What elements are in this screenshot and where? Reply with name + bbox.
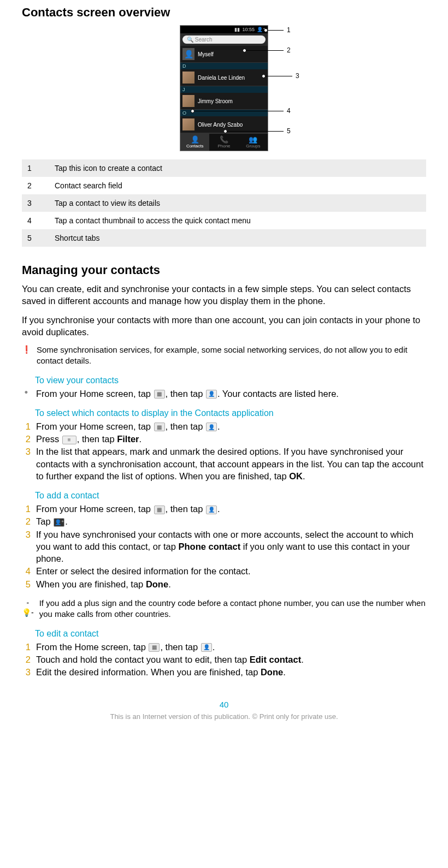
callout-label-2: 2 bbox=[287, 46, 291, 54]
text-fragment: From your Home screen, tap bbox=[36, 389, 154, 399]
phone-tab-icon: 📞 bbox=[209, 136, 238, 144]
paragraph: If you synchronise your contacts with mo… bbox=[22, 314, 426, 338]
status-time: 10:55 bbox=[242, 27, 255, 32]
search-placeholder: Search bbox=[195, 37, 213, 43]
step-list: 1 From your Home screen, tap ▦, then tap… bbox=[35, 420, 426, 482]
step-number: 3 bbox=[22, 666, 31, 678]
magnifier-icon: 🔍 bbox=[187, 37, 193, 43]
footer-note: This is an Internet version of this publ… bbox=[22, 712, 426, 721]
legend-num: 2 bbox=[22, 177, 49, 194]
step-number: 1 bbox=[22, 503, 31, 515]
bold-text: Filter bbox=[117, 434, 139, 444]
text-fragment: Edit the desired information. When you a… bbox=[36, 667, 261, 677]
list-item: 1 From your Home screen, tap ▦, then tap… bbox=[35, 420, 426, 432]
contacts-app-icon: 👤 bbox=[206, 506, 217, 514]
text-fragment: . bbox=[301, 655, 304, 664]
bold-text: Edit contact bbox=[250, 655, 301, 664]
text-fragment: From the Home screen, tap bbox=[36, 642, 148, 652]
subheading-add: To add a contact bbox=[35, 491, 426, 501]
bullet-list: • From your Home screen, tap ▦, then tap… bbox=[35, 388, 426, 400]
step-text: Tap 👤⁺. bbox=[36, 515, 68, 527]
step-number: 3 bbox=[22, 528, 31, 565]
legend-text: Tap this icon to create a contact bbox=[49, 159, 426, 177]
step-text: Enter or select the desired information … bbox=[36, 565, 251, 577]
subheading-edit: To edit a contact bbox=[35, 629, 426, 639]
legend-text: Shortcut tabs bbox=[49, 229, 426, 247]
step-text: When you are finished, tap Done. bbox=[36, 578, 171, 590]
step-list: 1 From your Home screen, tap ▦, then tap… bbox=[35, 503, 426, 590]
text-fragment: , then tap bbox=[160, 642, 200, 652]
text-fragment: Press bbox=[36, 434, 62, 444]
text-fragment: . bbox=[65, 516, 68, 526]
text-fragment: . bbox=[213, 642, 215, 652]
contacts-app-icon: 👤 bbox=[206, 390, 217, 399]
text-fragment: . bbox=[217, 421, 220, 431]
text-fragment: Tap bbox=[36, 516, 53, 526]
step-text: From your Home screen, tap ▦, then tap 👤… bbox=[36, 503, 220, 515]
phone-figure: ▮▮ 10:55 👤⁺ 🔍 Search 👤 Myself D bbox=[22, 25, 426, 151]
warning-icon: ❗ bbox=[22, 344, 31, 354]
list-item: 1 From your Home screen, tap ▦, then tap… bbox=[35, 503, 426, 515]
callout-line bbox=[265, 76, 292, 76]
apps-grid-icon: ▦ bbox=[154, 506, 165, 514]
step-text: Edit the desired information. When you a… bbox=[36, 666, 286, 678]
step-list: 1 From the Home screen, tap ▦, then tap … bbox=[35, 641, 426, 679]
text-fragment: , then tap bbox=[166, 421, 205, 431]
bold-text: Done bbox=[146, 579, 168, 589]
search-bar: 🔍 Search bbox=[180, 33, 268, 46]
legend-num: 3 bbox=[22, 194, 49, 212]
legend-row: 1Tap this icon to create a contact bbox=[22, 159, 426, 177]
bold-text: Done bbox=[261, 667, 283, 677]
step-number: 3 bbox=[22, 445, 31, 482]
subheading-view: To view your contacts bbox=[35, 376, 426, 385]
legend-table: 1Tap this icon to create a contact 2Cont… bbox=[22, 159, 426, 247]
subheading-select: To select which contacts to display in t… bbox=[35, 408, 426, 418]
list-item: 2 Tap 👤⁺. bbox=[35, 515, 426, 527]
search-input-mock: 🔍 Search bbox=[182, 35, 266, 44]
step-text: From your Home screen, tap ▦, then tap 👤… bbox=[36, 388, 339, 400]
tab-groups: 👥Groups bbox=[239, 134, 268, 151]
contact-name: Daniela Lee Linden bbox=[198, 75, 245, 81]
bullet-icon: • bbox=[22, 388, 31, 400]
legend-row: 4Tap a contact thumbnail to access the q… bbox=[22, 212, 426, 229]
step-number: 4 bbox=[22, 565, 31, 577]
callout-label-3: 3 bbox=[296, 72, 299, 80]
add-contact-icon: 👤⁺ bbox=[54, 518, 64, 527]
callout-line bbox=[194, 111, 284, 111]
step-text: If you have synchronised your contacts w… bbox=[36, 528, 426, 565]
tab-label: Phone bbox=[217, 144, 230, 148]
page-footer: 40 This is an Internet version of this p… bbox=[22, 700, 426, 721]
step-text: In the list that appears, mark and unmar… bbox=[36, 445, 426, 482]
step-number: 2 bbox=[22, 653, 31, 665]
apps-grid-icon: ▦ bbox=[154, 390, 165, 399]
list-item: 4 Enter or select the desired informatio… bbox=[35, 565, 426, 577]
contact-avatar-icon bbox=[182, 72, 194, 84]
warning-note: ❗ Some synchronisation services, for exa… bbox=[35, 344, 426, 367]
groups-tab-icon: 👥 bbox=[239, 136, 268, 144]
legend-text: Tap a contact thumbnail to access the qu… bbox=[49, 212, 426, 229]
contact-name: Jimmy Stroom bbox=[198, 98, 233, 104]
list-item: • From your Home screen, tap ▦, then tap… bbox=[35, 388, 426, 400]
contact-row: Daniela Lee Linden bbox=[180, 69, 268, 86]
list-item: 3 Edit the desired information. When you… bbox=[35, 666, 426, 678]
apps-grid-icon: ▦ bbox=[149, 643, 160, 652]
legend-num: 1 bbox=[22, 159, 49, 177]
legend-row: 5Shortcut tabs bbox=[22, 229, 426, 247]
step-text: From your Home screen, tap ▦, then tap 👤… bbox=[36, 420, 220, 432]
text-fragment: . bbox=[217, 504, 220, 514]
apps-grid-icon: ▦ bbox=[154, 423, 165, 431]
text-fragment: , then tap bbox=[166, 389, 205, 399]
text-fragment: . bbox=[139, 434, 142, 444]
text-fragment: . bbox=[168, 579, 171, 589]
tab-contacts: 👤Contacts bbox=[180, 134, 209, 151]
tip-note: -💡- If you add a plus sign and the count… bbox=[35, 598, 426, 620]
tab-bar: 👤Contacts 📞Phone 👥Groups bbox=[180, 133, 268, 151]
text-fragment: When you are finished, tap bbox=[36, 579, 146, 589]
paragraph: You can create, edit and synchronise you… bbox=[22, 283, 426, 307]
text-fragment: . bbox=[283, 667, 286, 677]
signal-icon: ▮▮ bbox=[234, 27, 240, 32]
list-item: 3 If you have synchronised your contacts… bbox=[35, 528, 426, 565]
text-fragment: From your Home screen, tap bbox=[36, 421, 154, 431]
step-number: 1 bbox=[22, 641, 31, 653]
contact-avatar-icon bbox=[182, 118, 194, 130]
